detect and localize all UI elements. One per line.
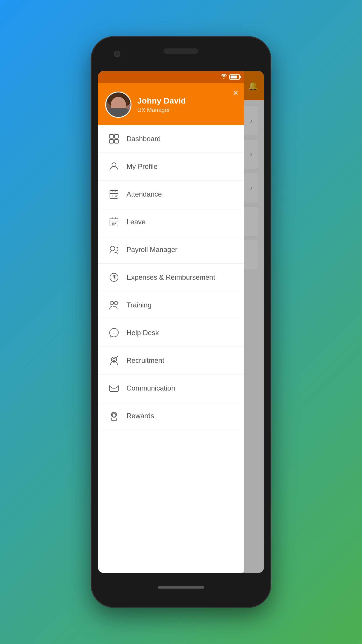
user-info: Johny David UX Manager [137,96,237,114]
svg-text:₹: ₹ [113,274,116,280]
wifi-icon [221,74,227,80]
phone-screen: 🔔 › › › [98,71,264,573]
phone-frame: 🔔 › › › [91,36,271,608]
menu-item-training[interactable]: Training [98,291,244,319]
helpdesk-icon [107,326,121,340]
svg-point-10 [112,224,113,225]
recruitment-icon [107,353,121,368]
menu-item-communication[interactable]: Communication [98,374,244,402]
menu-label-payroll-manager: Payroll Manager [126,246,178,254]
svg-point-17 [114,333,115,334]
menu-item-rewards[interactable]: Rewards [98,402,244,430]
menu-item-help-desk[interactable]: Help Desk [98,319,244,347]
menu-label-rewards: Rewards [126,412,154,420]
attendance-icon [107,187,121,202]
battery-fill [231,76,237,78]
svg-point-16 [114,301,118,305]
home-indicator[interactable] [158,586,204,589]
expenses-icon: ₹ [107,270,121,285]
svg-point-19 [116,333,117,334]
svg-point-18 [112,333,113,334]
svg-point-12 [110,246,115,251]
svg-rect-3 [115,139,118,143]
menu-item-expenses-reimbursement[interactable]: ₹ Expenses & Reimbursement [98,264,244,291]
menu-label-leave: Leave [126,218,145,226]
dashboard-icon [107,132,121,146]
drawer-header: Johny David UX Manager × [98,83,244,125]
menu-item-my-profile[interactable]: My Profile [98,153,244,181]
menu-label-training: Training [126,301,152,309]
menu-item-attendance[interactable]: Attendance [98,181,244,208]
menu-item-leave[interactable]: Leave [98,208,244,236]
menu-item-recruitment[interactable]: Recruitment [98,347,244,374]
svg-rect-2 [110,139,113,143]
side-drawer: Johny David UX Manager × [98,71,244,573]
svg-rect-0 [110,134,113,138]
communication-icon [107,381,121,396]
payroll-icon [107,242,121,257]
user-role: UX Manager [137,107,237,113]
avatar [105,92,131,118]
speaker [164,48,198,54]
profile-icon [107,159,121,174]
svg-point-9 [115,223,116,224]
svg-point-7 [112,223,113,224]
status-bar [98,71,244,83]
rewards-icon [107,409,121,423]
menu-label-help-desk: Help Desk [126,329,159,337]
menu-label-dashboard: Dashboard [126,135,161,143]
svg-rect-24 [110,385,118,391]
avatar-image [106,92,131,117]
drawer-menu: Dashboard My Profile [98,125,244,573]
svg-point-15 [110,301,114,305]
camera [114,51,120,57]
menu-label-expenses-reimbursement: Expenses & Reimbursement [126,273,215,281]
menu-label-attendance: Attendance [126,190,162,198]
phone-top-bar [91,36,271,71]
training-icon [107,298,121,312]
svg-point-21 [113,358,115,361]
close-button[interactable]: × [233,88,238,97]
svg-point-11 [113,224,115,225]
menu-item-dashboard[interactable]: Dashboard [98,125,244,153]
leave-icon [107,215,121,229]
svg-rect-5 [110,190,118,198]
phone-bottom [91,573,271,602]
svg-rect-1 [115,134,118,138]
svg-point-8 [113,223,115,224]
menu-label-communication: Communication [126,384,175,392]
svg-point-4 [112,163,116,167]
menu-item-payroll-manager[interactable]: Payroll Manager [98,236,244,264]
menu-label-recruitment: Recruitment [126,356,164,365]
user-name: Johny David [137,96,237,106]
svg-point-23 [117,356,118,357]
battery-status-icon [229,74,240,80]
avatar-body [108,108,129,117]
menu-label-my-profile: My Profile [126,162,158,171]
